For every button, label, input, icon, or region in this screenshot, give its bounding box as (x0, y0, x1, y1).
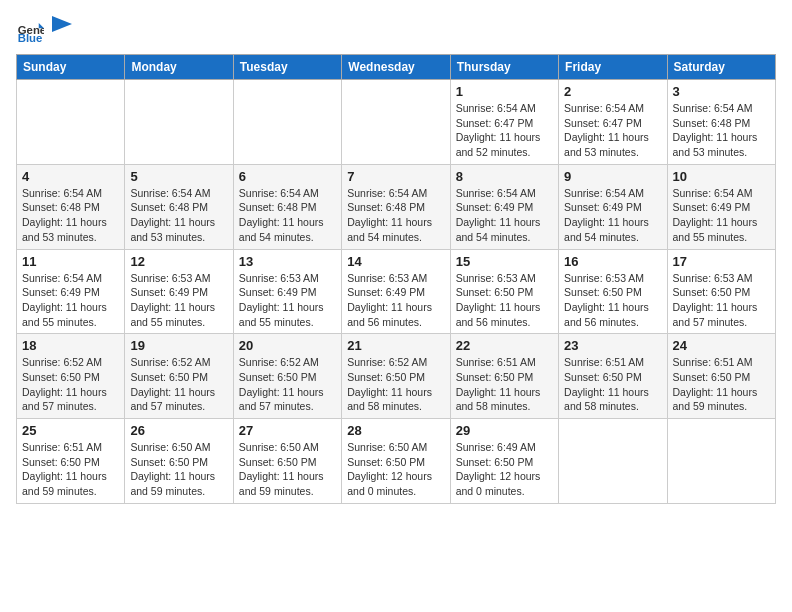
calendar-table: SundayMondayTuesdayWednesdayThursdayFrid… (16, 54, 776, 504)
calendar-cell: 10Sunrise: 6:54 AM Sunset: 6:49 PM Dayli… (667, 164, 775, 249)
calendar-cell: 26Sunrise: 6:50 AM Sunset: 6:50 PM Dayli… (125, 419, 233, 504)
calendar-cell (17, 80, 125, 165)
day-info: Sunrise: 6:54 AM Sunset: 6:49 PM Dayligh… (564, 186, 661, 245)
day-number: 18 (22, 338, 119, 353)
day-info: Sunrise: 6:50 AM Sunset: 6:50 PM Dayligh… (239, 440, 336, 499)
logo-icon: General Blue (16, 16, 44, 44)
calendar-cell: 22Sunrise: 6:51 AM Sunset: 6:50 PM Dayli… (450, 334, 558, 419)
weekday-header-thursday: Thursday (450, 55, 558, 80)
page-header: General Blue (16, 16, 776, 44)
day-number: 6 (239, 169, 336, 184)
calendar-cell: 8Sunrise: 6:54 AM Sunset: 6:49 PM Daylig… (450, 164, 558, 249)
calendar-cell: 3Sunrise: 6:54 AM Sunset: 6:48 PM Daylig… (667, 80, 775, 165)
day-number: 19 (130, 338, 227, 353)
day-number: 29 (456, 423, 553, 438)
day-info: Sunrise: 6:51 AM Sunset: 6:50 PM Dayligh… (673, 355, 770, 414)
day-number: 15 (456, 254, 553, 269)
calendar-cell: 18Sunrise: 6:52 AM Sunset: 6:50 PM Dayli… (17, 334, 125, 419)
calendar-header-row: SundayMondayTuesdayWednesdayThursdayFrid… (17, 55, 776, 80)
day-number: 3 (673, 84, 770, 99)
day-number: 27 (239, 423, 336, 438)
calendar-cell: 23Sunrise: 6:51 AM Sunset: 6:50 PM Dayli… (559, 334, 667, 419)
calendar-cell: 20Sunrise: 6:52 AM Sunset: 6:50 PM Dayli… (233, 334, 341, 419)
day-number: 12 (130, 254, 227, 269)
day-info: Sunrise: 6:50 AM Sunset: 6:50 PM Dayligh… (347, 440, 444, 499)
day-number: 16 (564, 254, 661, 269)
day-number: 25 (22, 423, 119, 438)
day-info: Sunrise: 6:54 AM Sunset: 6:48 PM Dayligh… (347, 186, 444, 245)
weekday-header-sunday: Sunday (17, 55, 125, 80)
calendar-cell: 13Sunrise: 6:53 AM Sunset: 6:49 PM Dayli… (233, 249, 341, 334)
svg-text:Blue: Blue (18, 32, 43, 44)
day-info: Sunrise: 6:51 AM Sunset: 6:50 PM Dayligh… (456, 355, 553, 414)
calendar-cell (667, 419, 775, 504)
day-number: 10 (673, 169, 770, 184)
day-info: Sunrise: 6:54 AM Sunset: 6:49 PM Dayligh… (22, 271, 119, 330)
calendar-cell: 29Sunrise: 6:49 AM Sunset: 6:50 PM Dayli… (450, 419, 558, 504)
day-number: 4 (22, 169, 119, 184)
calendar-week-row: 18Sunrise: 6:52 AM Sunset: 6:50 PM Dayli… (17, 334, 776, 419)
logo: General Blue (16, 16, 72, 44)
weekday-header-wednesday: Wednesday (342, 55, 450, 80)
calendar-cell (342, 80, 450, 165)
weekday-header-monday: Monday (125, 55, 233, 80)
calendar-cell: 16Sunrise: 6:53 AM Sunset: 6:50 PM Dayli… (559, 249, 667, 334)
calendar-week-row: 11Sunrise: 6:54 AM Sunset: 6:49 PM Dayli… (17, 249, 776, 334)
calendar-cell: 1Sunrise: 6:54 AM Sunset: 6:47 PM Daylig… (450, 80, 558, 165)
day-info: Sunrise: 6:51 AM Sunset: 6:50 PM Dayligh… (22, 440, 119, 499)
day-info: Sunrise: 6:54 AM Sunset: 6:49 PM Dayligh… (456, 186, 553, 245)
day-info: Sunrise: 6:54 AM Sunset: 6:47 PM Dayligh… (564, 101, 661, 160)
calendar-cell: 28Sunrise: 6:50 AM Sunset: 6:50 PM Dayli… (342, 419, 450, 504)
calendar-cell: 5Sunrise: 6:54 AM Sunset: 6:48 PM Daylig… (125, 164, 233, 249)
calendar-cell: 9Sunrise: 6:54 AM Sunset: 6:49 PM Daylig… (559, 164, 667, 249)
calendar-week-row: 1Sunrise: 6:54 AM Sunset: 6:47 PM Daylig… (17, 80, 776, 165)
calendar-cell: 6Sunrise: 6:54 AM Sunset: 6:48 PM Daylig… (233, 164, 341, 249)
day-number: 14 (347, 254, 444, 269)
calendar-cell: 12Sunrise: 6:53 AM Sunset: 6:49 PM Dayli… (125, 249, 233, 334)
day-number: 8 (456, 169, 553, 184)
calendar-cell (233, 80, 341, 165)
day-number: 5 (130, 169, 227, 184)
calendar-cell: 2Sunrise: 6:54 AM Sunset: 6:47 PM Daylig… (559, 80, 667, 165)
day-info: Sunrise: 6:53 AM Sunset: 6:50 PM Dayligh… (456, 271, 553, 330)
day-info: Sunrise: 6:49 AM Sunset: 6:50 PM Dayligh… (456, 440, 553, 499)
calendar-cell: 7Sunrise: 6:54 AM Sunset: 6:48 PM Daylig… (342, 164, 450, 249)
day-number: 20 (239, 338, 336, 353)
day-info: Sunrise: 6:53 AM Sunset: 6:50 PM Dayligh… (564, 271, 661, 330)
calendar-cell (125, 80, 233, 165)
day-info: Sunrise: 6:51 AM Sunset: 6:50 PM Dayligh… (564, 355, 661, 414)
day-info: Sunrise: 6:54 AM Sunset: 6:48 PM Dayligh… (673, 101, 770, 160)
day-number: 1 (456, 84, 553, 99)
day-info: Sunrise: 6:54 AM Sunset: 6:48 PM Dayligh… (130, 186, 227, 245)
calendar-week-row: 4Sunrise: 6:54 AM Sunset: 6:48 PM Daylig… (17, 164, 776, 249)
calendar-cell: 24Sunrise: 6:51 AM Sunset: 6:50 PM Dayli… (667, 334, 775, 419)
day-info: Sunrise: 6:52 AM Sunset: 6:50 PM Dayligh… (239, 355, 336, 414)
day-info: Sunrise: 6:53 AM Sunset: 6:49 PM Dayligh… (347, 271, 444, 330)
day-info: Sunrise: 6:52 AM Sunset: 6:50 PM Dayligh… (347, 355, 444, 414)
day-number: 21 (347, 338, 444, 353)
calendar-cell: 21Sunrise: 6:52 AM Sunset: 6:50 PM Dayli… (342, 334, 450, 419)
day-number: 23 (564, 338, 661, 353)
calendar-body: 1Sunrise: 6:54 AM Sunset: 6:47 PM Daylig… (17, 80, 776, 504)
calendar-cell: 25Sunrise: 6:51 AM Sunset: 6:50 PM Dayli… (17, 419, 125, 504)
calendar-cell: 4Sunrise: 6:54 AM Sunset: 6:48 PM Daylig… (17, 164, 125, 249)
day-info: Sunrise: 6:52 AM Sunset: 6:50 PM Dayligh… (130, 355, 227, 414)
day-number: 2 (564, 84, 661, 99)
day-info: Sunrise: 6:53 AM Sunset: 6:49 PM Dayligh… (239, 271, 336, 330)
weekday-header-saturday: Saturday (667, 55, 775, 80)
day-info: Sunrise: 6:53 AM Sunset: 6:49 PM Dayligh… (130, 271, 227, 330)
day-number: 9 (564, 169, 661, 184)
day-info: Sunrise: 6:54 AM Sunset: 6:48 PM Dayligh… (22, 186, 119, 245)
day-number: 22 (456, 338, 553, 353)
day-number: 13 (239, 254, 336, 269)
svg-marker-3 (52, 16, 72, 32)
day-info: Sunrise: 6:53 AM Sunset: 6:50 PM Dayligh… (673, 271, 770, 330)
day-number: 11 (22, 254, 119, 269)
day-info: Sunrise: 6:54 AM Sunset: 6:49 PM Dayligh… (673, 186, 770, 245)
logo-flag-icon (52, 16, 72, 44)
day-number: 28 (347, 423, 444, 438)
day-number: 7 (347, 169, 444, 184)
calendar-week-row: 25Sunrise: 6:51 AM Sunset: 6:50 PM Dayli… (17, 419, 776, 504)
day-info: Sunrise: 6:50 AM Sunset: 6:50 PM Dayligh… (130, 440, 227, 499)
weekday-header-friday: Friday (559, 55, 667, 80)
